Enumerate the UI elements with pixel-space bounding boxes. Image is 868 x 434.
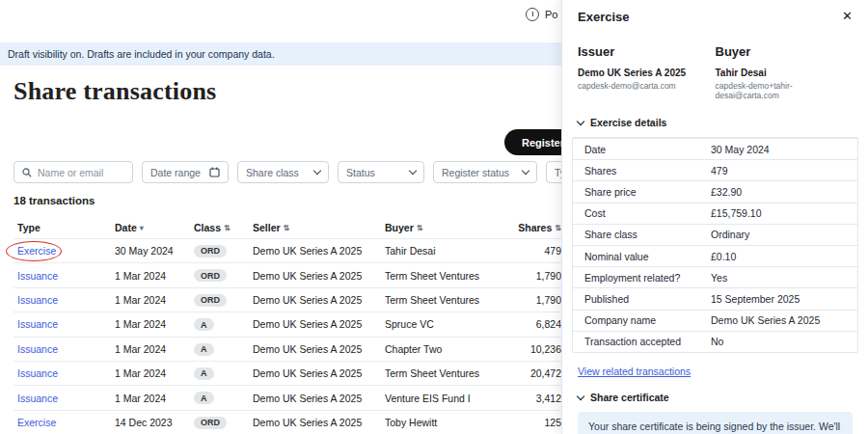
transaction-shares: 125 xyxy=(517,417,565,428)
detail-label: Published xyxy=(573,293,711,305)
share-class-badge: ORD xyxy=(194,245,227,258)
view-related-transactions-link[interactable]: View related transactions xyxy=(578,366,691,377)
buyer-heading: Buyer xyxy=(716,44,854,59)
detail-label: Employment related? xyxy=(573,272,711,284)
transaction-date: 1 Mar 2024 xyxy=(111,294,190,306)
exercise-details-label: Exercise details xyxy=(590,117,666,128)
detail-label: Share class xyxy=(573,229,711,240)
transaction-seller: Demo UK Series A 2025 xyxy=(249,245,381,257)
transaction-buyer: Chapter Two xyxy=(381,343,517,355)
transaction-date: 1 Mar 2024 xyxy=(111,367,190,379)
transaction-date: 30 May 2024 xyxy=(111,245,190,257)
transaction-date: 1 Mar 2024 xyxy=(111,318,190,330)
transactions-table: Type Date ▾ Class ⇅ Seller ⇅ Buyer ⇅ Sha… xyxy=(14,217,565,434)
status-filter-label: Status xyxy=(346,167,375,178)
table-row[interactable]: Issuance 1 Mar 2024 ORD Demo UK Series A… xyxy=(14,262,565,286)
transaction-seller: Demo UK Series A 2025 xyxy=(249,417,381,428)
transaction-type-link[interactable]: Issuance xyxy=(17,270,58,282)
transaction-seller: Demo UK Series A 2025 xyxy=(249,367,381,379)
clock-icon xyxy=(526,8,539,21)
share-class-filter[interactable]: Share class xyxy=(237,161,329,183)
close-icon[interactable]: ✕ xyxy=(842,10,853,22)
detail-value: 30 May 2024 xyxy=(711,144,857,155)
table-row[interactable]: Issuance 1 Mar 2024 A Demo UK Series A 2… xyxy=(14,337,565,361)
transaction-shares: 6,824 xyxy=(517,318,565,330)
search-input[interactable] xyxy=(38,167,124,178)
table-row[interactable]: Issuance 1 Mar 2024 ORD Demo UK Series A… xyxy=(14,287,565,312)
transaction-shares: 20,472 xyxy=(517,367,565,379)
nav-item-portfolio[interactable]: Po xyxy=(526,8,557,21)
detail-label: Cost xyxy=(573,207,711,219)
detail-value: £15,759.10 xyxy=(711,207,857,219)
column-header-type[interactable]: Type xyxy=(14,222,111,233)
issuer-heading: Issuer xyxy=(578,44,716,59)
detail-value: Demo UK Series A 2025 xyxy=(711,314,857,326)
detail-label: Transaction accepted xyxy=(573,336,711,347)
table-row[interactable]: Issuance 1 Mar 2024 A Demo UK Series A 2… xyxy=(14,312,565,336)
share-class-badge: A xyxy=(194,392,214,404)
buyer-email: capdesk-demo+tahir-desai@carta.com xyxy=(716,81,854,100)
table-row[interactable]: Issuance 1 Mar 2024 A Demo UK Series A 2… xyxy=(14,385,565,409)
column-header-seller[interactable]: Seller ⇅ xyxy=(249,222,381,233)
date-range-label: Date range xyxy=(150,167,201,178)
transaction-type-link[interactable]: Issuance xyxy=(17,294,58,306)
transaction-detail-panel: Exercise ✕ Issuer Demo UK Series A 2025 … xyxy=(561,0,868,434)
detail-label: Company name xyxy=(573,314,711,326)
table-row[interactable]: Exercise 30 May 2024 ORD Demo UK Series … xyxy=(14,238,565,262)
chevron-down-icon xyxy=(522,167,529,175)
table-row[interactable]: Exercise 14 Dec 2023 ORD Demo UK Series … xyxy=(14,410,565,434)
issuer-email: capdesk-demo@carta.com xyxy=(578,81,716,91)
transaction-buyer: Spruce VC xyxy=(381,318,517,330)
column-header-class[interactable]: Class ⇅ xyxy=(190,222,249,233)
register-status-filter[interactable]: Register status xyxy=(433,161,537,183)
table-row[interactable]: Issuance 1 Mar 2024 A Demo UK Series A 2… xyxy=(14,361,565,385)
column-header-shares[interactable]: Shares ⇅ xyxy=(517,222,565,233)
detail-value: 479 xyxy=(711,165,857,176)
buyer-name: Tahir Desai xyxy=(716,68,854,78)
date-range-filter[interactable]: Date range xyxy=(142,161,229,183)
exercise-details-toggle[interactable]: Exercise details xyxy=(578,117,853,128)
issuer-block: Issuer Demo UK Series A 2025 capdesk-dem… xyxy=(578,44,716,100)
detail-row: Cost £15,759.10 xyxy=(573,203,857,224)
share-class-badge: A xyxy=(194,367,214,380)
search-filter[interactable] xyxy=(14,161,133,183)
transaction-type-link[interactable]: Exercise xyxy=(17,245,56,257)
transaction-seller: Demo UK Series A 2025 xyxy=(249,270,381,282)
column-header-date[interactable]: Date ▾ xyxy=(111,222,190,233)
panel-title: Exercise xyxy=(578,10,630,24)
transaction-type-link[interactable]: Issuance xyxy=(17,393,58,404)
detail-row: Nominal value £0.10 xyxy=(573,245,857,266)
detail-row: Company name Demo UK Series A 2025 xyxy=(573,310,857,331)
share-class-badge: ORD xyxy=(194,269,227,282)
share-certificate-toggle[interactable]: Share certificate xyxy=(578,392,853,403)
detail-value: Ordinary xyxy=(711,229,857,240)
detail-label: Nominal value xyxy=(573,251,711,262)
transaction-shares: 1,790 xyxy=(517,270,565,282)
status-filter[interactable]: Status xyxy=(338,161,424,183)
transaction-date: 1 Mar 2024 xyxy=(111,270,190,282)
detail-label: Shares xyxy=(573,165,711,176)
transaction-seller: Demo UK Series A 2025 xyxy=(249,318,381,330)
buyer-block: Buyer Tahir Desai capdesk-demo+tahir-des… xyxy=(716,44,854,100)
transaction-buyer: Term Sheet Ventures xyxy=(381,270,517,282)
transaction-type-link[interactable]: Issuance xyxy=(17,343,58,355)
detail-value: £32.90 xyxy=(711,186,857,198)
detail-row: Shares 479 xyxy=(573,159,857,180)
transaction-type-link[interactable]: Issuance xyxy=(17,367,58,379)
detail-value: Yes xyxy=(711,272,857,284)
transaction-type-link[interactable]: Exercise xyxy=(17,417,56,428)
detail-value: No xyxy=(711,336,857,347)
transaction-buyer: Venture EIS Fund I xyxy=(381,393,517,404)
chevron-down-icon xyxy=(313,167,321,175)
transaction-date: 1 Mar 2024 xyxy=(111,343,190,355)
transaction-type-link[interactable]: Issuance xyxy=(17,318,58,330)
chevron-down-icon xyxy=(577,118,584,125)
parties-section: Issuer Demo UK Series A 2025 capdesk-dem… xyxy=(578,44,853,100)
share-class-badge: A xyxy=(194,318,214,331)
transaction-seller: Demo UK Series A 2025 xyxy=(249,393,381,404)
detail-row: Date 30 May 2024 xyxy=(573,138,857,159)
transaction-seller: Demo UK Series A 2025 xyxy=(249,294,381,306)
filter-bar: Date range Share class Status Register s… xyxy=(14,161,642,183)
chevron-down-icon xyxy=(409,167,417,175)
column-header-buyer[interactable]: Buyer ⇅ xyxy=(381,222,517,233)
